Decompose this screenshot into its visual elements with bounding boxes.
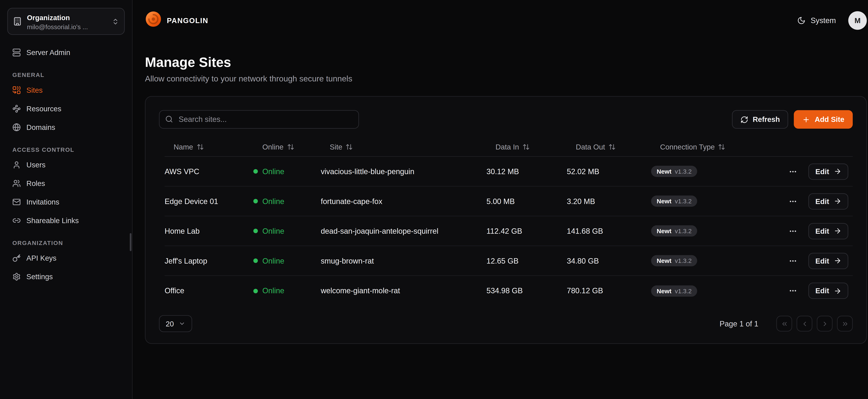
edit-button[interactable]: Edit (809, 193, 848, 209)
connection-type-badge: Newtv1.3.2 (651, 166, 697, 177)
site-id-cell: dead-san-joaquin-antelope-squirrel (321, 227, 487, 235)
refresh-button[interactable]: Refresh (732, 110, 788, 129)
column-header-online[interactable]: Online (253, 143, 321, 151)
arrow-right-icon (834, 257, 841, 265)
table-row: Home Lab Online dead-san-joaquin-antelop… (164, 216, 853, 246)
sidebar-item-users[interactable]: Users (7, 156, 125, 174)
page-content: Manage Sites Allow connectivity to your … (133, 40, 868, 344)
arrow-right-icon (834, 227, 841, 235)
sidebar-item-shareable-links[interactable]: Shareable Links (7, 212, 125, 229)
site-name-cell: Home Lab (164, 227, 253, 235)
sidebar-item-label: Invitations (26, 198, 59, 206)
edit-label: Edit (815, 256, 829, 265)
client-version: v1.3.2 (675, 257, 692, 264)
sidebar-item-settings[interactable]: Settings (7, 268, 125, 285)
moon-icon (797, 16, 806, 25)
topbar: PANGOLIN System M (133, 0, 868, 40)
ellipsis-icon (789, 256, 797, 265)
sidebar-item-label: Resources (26, 104, 61, 113)
first-page-button[interactable] (776, 316, 792, 332)
add-site-button[interactable]: Add Site (794, 110, 853, 129)
avatar-initial: M (855, 16, 861, 25)
theme-label: System (810, 16, 836, 25)
data-out-cell: 34.80 GB (567, 256, 651, 265)
client-version: v1.3.2 (675, 227, 692, 235)
edit-button[interactable]: Edit (809, 253, 848, 269)
client-name: Newt (657, 287, 672, 294)
theme-toggle[interactable]: System (797, 16, 836, 25)
chevrons-up-down-icon (112, 18, 119, 25)
column-header-site[interactable]: Site (321, 143, 487, 151)
site-id-cell: smug-brown-rat (321, 256, 487, 265)
data-out-cell: 141.68 GB (567, 227, 651, 235)
sidebar-item-server-admin[interactable]: Server Admin (7, 44, 125, 61)
connection-type-badge: Newtv1.3.2 (651, 255, 697, 266)
search-input[interactable] (159, 110, 359, 129)
sites-table: Name Online Site Data In (159, 138, 853, 306)
arrow-right-icon (834, 197, 841, 205)
building-icon (13, 17, 22, 26)
sidebar-item-label: Users (26, 161, 45, 169)
org-selector[interactable]: Organization milo@fossorial.io's ... (7, 8, 125, 35)
sidebar-item-api-keys[interactable]: API Keys (7, 249, 125, 267)
column-header-data-in[interactable]: Data In (487, 143, 567, 151)
site-name-cell: Jeff's Laptop (164, 256, 253, 265)
add-site-label: Add Site (815, 115, 844, 124)
online-status: Online (253, 197, 321, 206)
page-title: Manage Sites (145, 55, 867, 70)
chevron-right-icon (821, 320, 828, 327)
row-menu-button[interactable] (786, 224, 800, 238)
page-size-select[interactable]: 20 (159, 315, 192, 332)
edit-button[interactable]: Edit (809, 283, 848, 299)
sidebar-item-domains[interactable]: Domains (7, 119, 125, 136)
last-page-button[interactable] (837, 316, 853, 332)
avatar[interactable]: M (848, 11, 867, 30)
sidebar-item-label: Shareable Links (26, 216, 79, 225)
arrow-right-icon (834, 287, 841, 295)
column-header-connection-type[interactable]: Connection Type (651, 143, 746, 151)
data-in-cell: 12.65 GB (487, 256, 567, 265)
row-menu-button[interactable] (786, 164, 800, 178)
sort-icon (609, 143, 616, 151)
client-version: v1.3.2 (675, 168, 692, 175)
sidebar-scrollbar-thumb[interactable] (130, 233, 132, 251)
refresh-label: Refresh (753, 115, 780, 124)
row-menu-button[interactable] (786, 194, 800, 208)
link-icon (12, 216, 21, 225)
section-heading-general: GENERAL (12, 71, 120, 78)
row-menu-button[interactable] (786, 284, 800, 298)
data-in-cell: 5.00 MB (487, 197, 567, 206)
org-title: Organization (27, 14, 70, 22)
data-in-cell: 112.42 GB (487, 227, 567, 235)
sidebar-item-label: API Keys (26, 254, 56, 263)
connection-type-badge: Newtv1.3.2 (651, 195, 697, 207)
sidebar-item-label: Roles (26, 179, 45, 188)
status-dot (253, 258, 258, 263)
globe-icon (12, 123, 21, 132)
status-label: Online (262, 227, 284, 235)
prev-page-button[interactable] (797, 316, 812, 332)
sidebar-item-resources[interactable]: Resources (7, 100, 125, 117)
ellipsis-icon (789, 167, 797, 176)
sidebar: Organization milo@fossorial.io's ... Ser… (0, 0, 133, 399)
status-label: Online (262, 286, 284, 295)
data-out-cell: 52.02 MB (567, 167, 651, 176)
edit-button[interactable]: Edit (809, 223, 848, 239)
edit-label: Edit (815, 167, 829, 176)
status-dot (253, 169, 258, 174)
ellipsis-icon (789, 227, 797, 235)
next-page-button[interactable] (817, 316, 833, 332)
edit-button[interactable]: Edit (809, 163, 848, 180)
site-name-cell: AWS VPC (164, 167, 253, 176)
chevrons-right-icon (841, 320, 848, 327)
sidebar-item-invitations[interactable]: Invitations (7, 193, 125, 211)
column-header-name[interactable]: Name (164, 143, 253, 151)
site-name-cell: Office (164, 286, 253, 295)
sidebar-item-roles[interactable]: Roles (7, 175, 125, 192)
sidebar-item-sites[interactable]: Sites (7, 82, 125, 99)
row-menu-button[interactable] (786, 254, 800, 268)
column-header-data-out[interactable]: Data Out (567, 143, 651, 151)
site-id-cell: welcome-giant-mole-rat (321, 286, 487, 295)
page-indicator: Page 1 of 1 (720, 319, 758, 328)
online-status: Online (253, 167, 321, 176)
